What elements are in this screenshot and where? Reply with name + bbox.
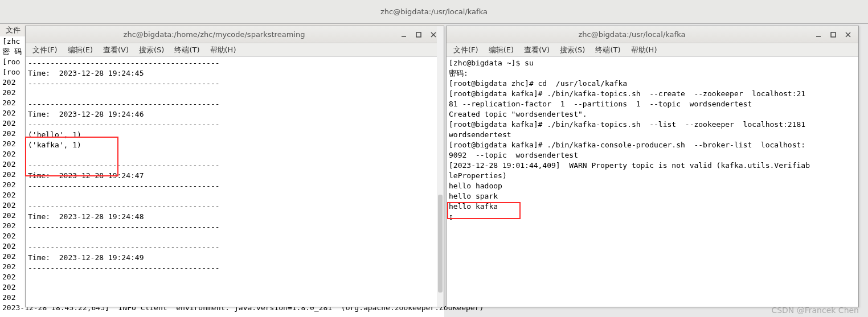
watermark: CSDN @Francek Chen bbox=[771, 306, 859, 315]
window-title-right: zhc@bigdata:/usr/local/kafka bbox=[451, 30, 813, 39]
window-title-left: zhc@bigdata:/home/zhc/mycode/sparkstream… bbox=[30, 30, 398, 39]
menubar-left: 文件(F) 编辑(E) 查看(V) 搜索(S) 终端(T) 帮助(H) bbox=[26, 43, 444, 57]
bg-menu-file: 文件 bbox=[6, 26, 21, 34]
menubar-right: 文件(F) 编辑(E) 查看(V) 搜索(S) 终端(T) 帮助(H) bbox=[447, 43, 858, 57]
menu-file[interactable]: 文件(F) bbox=[449, 44, 483, 56]
close-icon bbox=[430, 31, 437, 38]
menu-search[interactable]: 搜索(S) bbox=[555, 44, 589, 56]
terminal-content-left[interactable]: ----------------------------------------… bbox=[26, 57, 444, 307]
menu-help[interactable]: 帮助(H) bbox=[206, 44, 241, 56]
title-buttons-left bbox=[398, 30, 439, 40]
terminal-content-right[interactable]: [zhc@bigdata ~]$ su 密码: [root@bigdata zh… bbox=[447, 57, 858, 307]
menu-view[interactable]: 查看(V) bbox=[99, 44, 133, 56]
title-buttons-right bbox=[813, 30, 854, 40]
maximize-button[interactable] bbox=[828, 30, 839, 40]
maximize-button[interactable] bbox=[413, 30, 424, 40]
scrollbar-left[interactable] bbox=[437, 26, 444, 307]
terminal-window-kafka: zhc@bigdata:/usr/local/kafka 文件(F) 编辑(E)… bbox=[446, 26, 859, 307]
maximize-icon bbox=[415, 31, 422, 38]
menu-edit[interactable]: 编辑(E) bbox=[63, 44, 97, 56]
menu-help[interactable]: 帮助(H) bbox=[627, 44, 662, 56]
menu-terminal[interactable]: 终端(T) bbox=[591, 44, 625, 56]
minimize-button[interactable] bbox=[398, 30, 410, 40]
titlebar-right[interactable]: zhc@bigdata:/usr/local/kafka bbox=[447, 26, 858, 43]
close-button[interactable] bbox=[842, 30, 854, 40]
minimize-icon bbox=[815, 31, 822, 38]
titlebar-left[interactable]: zhc@bigdata:/home/zhc/mycode/sparkstream… bbox=[26, 26, 444, 43]
menu-file[interactable]: 文件(F) bbox=[28, 44, 62, 56]
close-icon bbox=[845, 31, 851, 38]
menu-view[interactable]: 查看(V) bbox=[519, 44, 554, 56]
menu-terminal[interactable]: 终端(T) bbox=[170, 44, 204, 56]
maximize-icon bbox=[830, 31, 837, 38]
scrollbar-thumb-left[interactable] bbox=[438, 195, 443, 293]
svg-rect-5 bbox=[831, 32, 836, 37]
top-window-title: zhc@bigdata:/usr/local/kafka bbox=[380, 7, 488, 16]
minimize-button[interactable] bbox=[813, 30, 824, 40]
minimize-icon bbox=[400, 31, 407, 38]
top-window-titlebar: zhc@bigdata:/usr/local/kafka bbox=[0, 0, 868, 24]
svg-rect-1 bbox=[416, 32, 421, 37]
menu-edit[interactable]: 编辑(E) bbox=[484, 44, 518, 56]
terminal-window-sparkstreaming: zhc@bigdata:/home/zhc/mycode/sparkstream… bbox=[25, 26, 444, 307]
menu-search[interactable]: 搜索(S) bbox=[134, 44, 169, 56]
